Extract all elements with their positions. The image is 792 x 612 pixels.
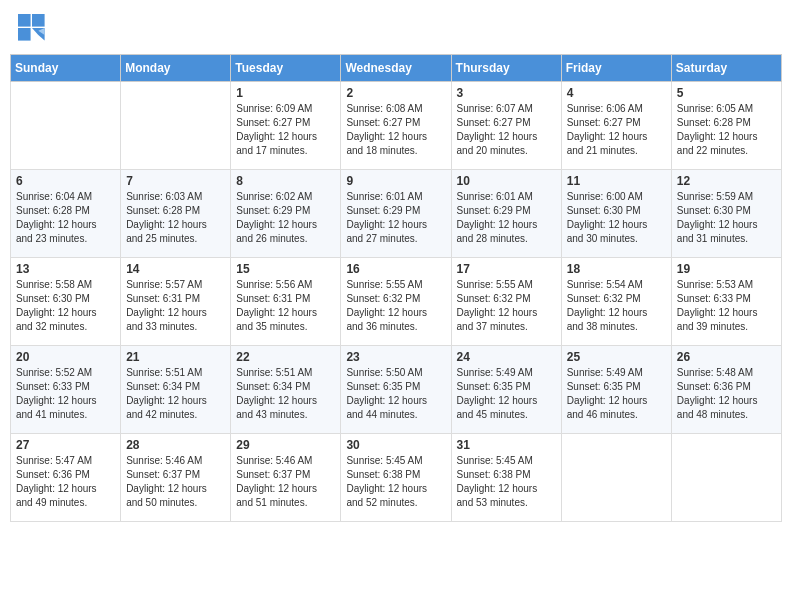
- day-info: Sunrise: 5:45 AM Sunset: 6:38 PM Dayligh…: [457, 454, 556, 510]
- calendar-cell: 29Sunrise: 5:46 AM Sunset: 6:37 PM Dayli…: [231, 434, 341, 522]
- day-number: 11: [567, 174, 666, 188]
- day-number: 6: [16, 174, 115, 188]
- day-number: 31: [457, 438, 556, 452]
- day-info: Sunrise: 6:00 AM Sunset: 6:30 PM Dayligh…: [567, 190, 666, 246]
- svg-rect-2: [18, 28, 31, 41]
- calendar-cell: 18Sunrise: 5:54 AM Sunset: 6:32 PM Dayli…: [561, 258, 671, 346]
- day-info: Sunrise: 6:06 AM Sunset: 6:27 PM Dayligh…: [567, 102, 666, 158]
- day-info: Sunrise: 6:05 AM Sunset: 6:28 PM Dayligh…: [677, 102, 776, 158]
- day-number: 15: [236, 262, 335, 276]
- svg-rect-0: [18, 14, 31, 27]
- day-header-wednesday: Wednesday: [341, 55, 451, 82]
- calendar-cell: 7Sunrise: 6:03 AM Sunset: 6:28 PM Daylig…: [121, 170, 231, 258]
- calendar-cell: 16Sunrise: 5:55 AM Sunset: 6:32 PM Dayli…: [341, 258, 451, 346]
- calendar-cell: 11Sunrise: 6:00 AM Sunset: 6:30 PM Dayli…: [561, 170, 671, 258]
- day-number: 12: [677, 174, 776, 188]
- calendar-cell: 24Sunrise: 5:49 AM Sunset: 6:35 PM Dayli…: [451, 346, 561, 434]
- day-info: Sunrise: 5:55 AM Sunset: 6:32 PM Dayligh…: [346, 278, 445, 334]
- calendar-cell: [561, 434, 671, 522]
- day-info: Sunrise: 5:56 AM Sunset: 6:31 PM Dayligh…: [236, 278, 335, 334]
- calendar-cell: 10Sunrise: 6:01 AM Sunset: 6:29 PM Dayli…: [451, 170, 561, 258]
- day-number: 10: [457, 174, 556, 188]
- day-info: Sunrise: 5:49 AM Sunset: 6:35 PM Dayligh…: [457, 366, 556, 422]
- calendar-cell: 14Sunrise: 5:57 AM Sunset: 6:31 PM Dayli…: [121, 258, 231, 346]
- calendar-cell: 13Sunrise: 5:58 AM Sunset: 6:30 PM Dayli…: [11, 258, 121, 346]
- calendar-cell: 17Sunrise: 5:55 AM Sunset: 6:32 PM Dayli…: [451, 258, 561, 346]
- svg-rect-1: [32, 14, 45, 27]
- day-header-sunday: Sunday: [11, 55, 121, 82]
- calendar-cell: 19Sunrise: 5:53 AM Sunset: 6:33 PM Dayli…: [671, 258, 781, 346]
- day-info: Sunrise: 5:47 AM Sunset: 6:36 PM Dayligh…: [16, 454, 115, 510]
- day-number: 4: [567, 86, 666, 100]
- day-number: 1: [236, 86, 335, 100]
- day-info: Sunrise: 5:58 AM Sunset: 6:30 PM Dayligh…: [16, 278, 115, 334]
- day-number: 19: [677, 262, 776, 276]
- day-info: Sunrise: 6:02 AM Sunset: 6:29 PM Dayligh…: [236, 190, 335, 246]
- calendar-cell: 9Sunrise: 6:01 AM Sunset: 6:29 PM Daylig…: [341, 170, 451, 258]
- calendar-cell: 6Sunrise: 6:04 AM Sunset: 6:28 PM Daylig…: [11, 170, 121, 258]
- calendar-cell: 15Sunrise: 5:56 AM Sunset: 6:31 PM Dayli…: [231, 258, 341, 346]
- calendar-week-3: 13Sunrise: 5:58 AM Sunset: 6:30 PM Dayli…: [11, 258, 782, 346]
- day-header-friday: Friday: [561, 55, 671, 82]
- calendar-cell: [671, 434, 781, 522]
- day-number: 3: [457, 86, 556, 100]
- day-info: Sunrise: 5:49 AM Sunset: 6:35 PM Dayligh…: [567, 366, 666, 422]
- day-number: 2: [346, 86, 445, 100]
- calendar-week-5: 27Sunrise: 5:47 AM Sunset: 6:36 PM Dayli…: [11, 434, 782, 522]
- day-info: Sunrise: 5:54 AM Sunset: 6:32 PM Dayligh…: [567, 278, 666, 334]
- day-number: 17: [457, 262, 556, 276]
- day-info: Sunrise: 6:01 AM Sunset: 6:29 PM Dayligh…: [457, 190, 556, 246]
- calendar-cell: 20Sunrise: 5:52 AM Sunset: 6:33 PM Dayli…: [11, 346, 121, 434]
- calendar-table: SundayMondayTuesdayWednesdayThursdayFrid…: [10, 54, 782, 522]
- day-info: Sunrise: 6:08 AM Sunset: 6:27 PM Dayligh…: [346, 102, 445, 158]
- day-number: 22: [236, 350, 335, 364]
- calendar-cell: 21Sunrise: 5:51 AM Sunset: 6:34 PM Dayli…: [121, 346, 231, 434]
- day-info: Sunrise: 5:51 AM Sunset: 6:34 PM Dayligh…: [126, 366, 225, 422]
- day-info: Sunrise: 6:07 AM Sunset: 6:27 PM Dayligh…: [457, 102, 556, 158]
- calendar-cell: 27Sunrise: 5:47 AM Sunset: 6:36 PM Dayli…: [11, 434, 121, 522]
- day-number: 27: [16, 438, 115, 452]
- calendar-cell: 22Sunrise: 5:51 AM Sunset: 6:34 PM Dayli…: [231, 346, 341, 434]
- calendar-cell: [121, 82, 231, 170]
- day-info: Sunrise: 5:55 AM Sunset: 6:32 PM Dayligh…: [457, 278, 556, 334]
- day-info: Sunrise: 5:57 AM Sunset: 6:31 PM Dayligh…: [126, 278, 225, 334]
- calendar-header-row: SundayMondayTuesdayWednesdayThursdayFrid…: [11, 55, 782, 82]
- day-info: Sunrise: 5:52 AM Sunset: 6:33 PM Dayligh…: [16, 366, 115, 422]
- calendar-cell: 1Sunrise: 6:09 AM Sunset: 6:27 PM Daylig…: [231, 82, 341, 170]
- logo-icon: [18, 14, 46, 42]
- day-info: Sunrise: 6:01 AM Sunset: 6:29 PM Dayligh…: [346, 190, 445, 246]
- day-number: 23: [346, 350, 445, 364]
- calendar-cell: 23Sunrise: 5:50 AM Sunset: 6:35 PM Dayli…: [341, 346, 451, 434]
- day-info: Sunrise: 6:04 AM Sunset: 6:28 PM Dayligh…: [16, 190, 115, 246]
- day-number: 26: [677, 350, 776, 364]
- day-number: 5: [677, 86, 776, 100]
- day-header-monday: Monday: [121, 55, 231, 82]
- day-number: 29: [236, 438, 335, 452]
- calendar-cell: 26Sunrise: 5:48 AM Sunset: 6:36 PM Dayli…: [671, 346, 781, 434]
- day-info: Sunrise: 5:46 AM Sunset: 6:37 PM Dayligh…: [126, 454, 225, 510]
- calendar-cell: 12Sunrise: 5:59 AM Sunset: 6:30 PM Dayli…: [671, 170, 781, 258]
- day-number: 8: [236, 174, 335, 188]
- day-info: Sunrise: 5:50 AM Sunset: 6:35 PM Dayligh…: [346, 366, 445, 422]
- day-number: 25: [567, 350, 666, 364]
- day-number: 28: [126, 438, 225, 452]
- calendar-body: 1Sunrise: 6:09 AM Sunset: 6:27 PM Daylig…: [11, 82, 782, 522]
- day-info: Sunrise: 6:03 AM Sunset: 6:28 PM Dayligh…: [126, 190, 225, 246]
- day-info: Sunrise: 5:51 AM Sunset: 6:34 PM Dayligh…: [236, 366, 335, 422]
- day-number: 9: [346, 174, 445, 188]
- calendar-cell: 31Sunrise: 5:45 AM Sunset: 6:38 PM Dayli…: [451, 434, 561, 522]
- logo: [18, 14, 50, 42]
- calendar-cell: 3Sunrise: 6:07 AM Sunset: 6:27 PM Daylig…: [451, 82, 561, 170]
- day-number: 14: [126, 262, 225, 276]
- calendar-week-1: 1Sunrise: 6:09 AM Sunset: 6:27 PM Daylig…: [11, 82, 782, 170]
- day-number: 20: [16, 350, 115, 364]
- day-number: 30: [346, 438, 445, 452]
- day-info: Sunrise: 5:48 AM Sunset: 6:36 PM Dayligh…: [677, 366, 776, 422]
- day-number: 24: [457, 350, 556, 364]
- calendar-cell: 8Sunrise: 6:02 AM Sunset: 6:29 PM Daylig…: [231, 170, 341, 258]
- day-number: 21: [126, 350, 225, 364]
- day-number: 16: [346, 262, 445, 276]
- calendar-cell: [11, 82, 121, 170]
- day-number: 7: [126, 174, 225, 188]
- day-header-tuesday: Tuesday: [231, 55, 341, 82]
